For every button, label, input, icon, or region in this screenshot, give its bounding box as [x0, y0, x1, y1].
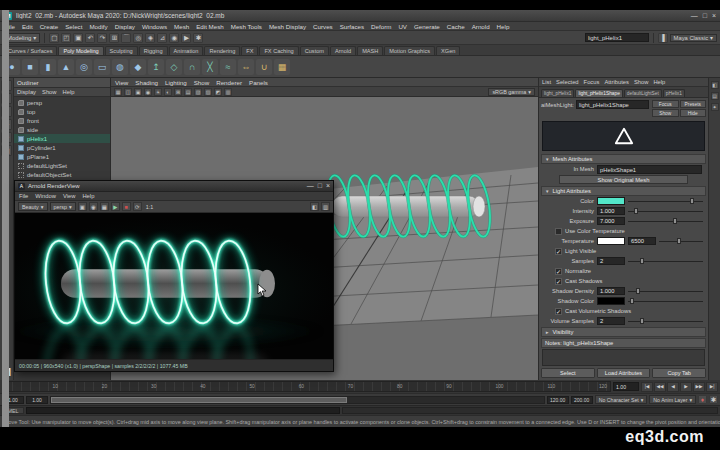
samples-slider[interactable]	[628, 257, 705, 265]
renderview-menu-item[interactable]: View	[63, 193, 75, 199]
status-icon[interactable]: ◎	[133, 33, 143, 43]
cast-volumetric-shadows-checkbox[interactable]: ✓	[555, 308, 562, 315]
renderview-tool-icon[interactable]: ▦	[100, 202, 109, 211]
exposure-field[interactable]: 7.000	[597, 217, 625, 225]
ae-menu-item[interactable]: List	[542, 79, 551, 85]
shelf-tool-icon[interactable]: ▭	[94, 59, 110, 75]
shelf-tool-icon[interactable]: ▲	[58, 59, 74, 75]
shelf-tab[interactable]: Animation	[169, 46, 204, 55]
menu-item[interactable]: Mesh Display	[269, 23, 306, 30]
show-original-mesh-button[interactable]: Show Original Mesh	[559, 175, 688, 184]
shelf-tool-icon[interactable]: ■	[22, 59, 38, 75]
sidebar-toggle-icon[interactable]: ▐	[658, 33, 668, 43]
playback-button[interactable]: ▶|	[706, 382, 718, 392]
shadow-color-slider[interactable]	[628, 297, 705, 305]
status-icon[interactable]: ◰	[61, 33, 71, 43]
auto-key-icon[interactable]: ♦	[698, 395, 707, 404]
range-slider-track[interactable]	[50, 396, 545, 404]
shelf-tab[interactable]: Curves / Surfaces	[3, 46, 57, 55]
status-icon[interactable]: ⊞	[109, 33, 119, 43]
shelf-tab[interactable]: Poly Modeling	[58, 46, 103, 55]
menu-item[interactable]: Deform	[371, 23, 391, 30]
selection-name-field[interactable]	[585, 33, 649, 42]
outliner-menu-item[interactable]: Display	[17, 89, 36, 95]
menu-item[interactable]: UV	[398, 23, 407, 30]
outliner-item[interactable]: front	[14, 116, 110, 125]
shelf-tool-icon[interactable]: ↥	[148, 59, 164, 75]
samples-field[interactable]: 2	[597, 257, 625, 265]
character-set-dropdown[interactable]: No Character Set ▾	[595, 395, 648, 404]
menu-item[interactable]: Generate	[414, 23, 440, 30]
renderview-channel-icon[interactable]: ▥	[321, 202, 330, 211]
ae-tab[interactable]: defaultLightSet	[624, 89, 662, 97]
outliner-item[interactable]: pHelix1	[14, 134, 110, 143]
zoom-level[interactable]: 1:1	[144, 204, 156, 210]
command-input[interactable]	[26, 407, 340, 414]
shelf-tab[interactable]: Motion Graphics	[384, 46, 435, 55]
status-icon[interactable]: ⌒	[121, 33, 131, 43]
viewport-menu-item[interactable]: Shading	[135, 79, 158, 86]
playback-button[interactable]: |◀	[641, 382, 653, 392]
current-frame-marker[interactable]	[2, 10, 9, 427]
ae-footer-button[interactable]: Select	[541, 368, 595, 378]
sidebar-icon[interactable]: ◧	[711, 81, 719, 89]
viewport-icon[interactable]: ▣	[134, 88, 142, 96]
temperature-slider[interactable]	[659, 237, 705, 245]
section-light-attributes[interactable]: ▼ Light Attributes	[541, 186, 706, 196]
menu-item[interactable]: Windows	[142, 23, 167, 30]
anim-layer-dropdown[interactable]: No Anim Layer ▾	[649, 395, 696, 404]
ae-tab[interactable]: light_pHelix1	[541, 89, 574, 97]
menu-item[interactable]: Curves	[313, 23, 333, 30]
ae-menu-item[interactable]: Focus	[584, 79, 600, 85]
viewport-icon[interactable]: ◩	[214, 88, 222, 96]
outliner-item[interactable]: pPlane1	[14, 152, 110, 161]
shelf-tab[interactable]: MASH	[357, 46, 383, 55]
menu-item[interactable]: Mesh	[174, 23, 189, 30]
outliner-item[interactable]: defaultLightSet	[14, 161, 110, 170]
volume-samples-field[interactable]: 2	[597, 317, 625, 325]
viewport-menu-item[interactable]: Panels	[249, 79, 268, 86]
intensity-slider[interactable]	[628, 207, 705, 215]
camera-dropdown[interactable]: persp ▾	[50, 202, 76, 211]
viewport-icon[interactable]: ◉	[144, 88, 152, 96]
shelf-tool-icon[interactable]: ▦	[274, 59, 290, 75]
menu-item[interactable]: Surfaces	[340, 23, 364, 30]
shelf-tool-icon[interactable]: ◇	[166, 59, 182, 75]
ae-menu-item[interactable]: Selected	[556, 79, 579, 85]
renderview-menu-item[interactable]: File	[19, 193, 28, 199]
shelf-tool-icon[interactable]: ⇔	[238, 59, 254, 75]
shelf-tab[interactable]: Rendering	[204, 46, 240, 55]
shelf-tool-icon[interactable]: ╳	[202, 59, 218, 75]
viewport-icon[interactable]: ⊞	[174, 88, 182, 96]
shelf-tool-icon[interactable]: ∪	[256, 59, 272, 75]
shelf-tool-icon[interactable]: ◍	[112, 59, 128, 75]
time-slider-track[interactable]: 1102030405060708090100110120	[2, 381, 611, 392]
viewport-menu-item[interactable]: Lighting	[165, 79, 187, 86]
minimize-button[interactable]: —	[307, 182, 314, 190]
renderview-tool-icon[interactable]: ■	[122, 202, 131, 211]
outliner-item[interactable]: top	[14, 107, 110, 116]
ae-menu-item[interactable]: Help	[653, 79, 665, 85]
viewport-menu-item[interactable]: View	[115, 79, 128, 86]
shadow-density-field[interactable]: 1.000	[597, 287, 625, 295]
status-icon[interactable]: ▢	[49, 33, 59, 43]
section-visibility[interactable]: ► Visibility	[541, 327, 706, 337]
shelf-tab[interactable]: Arnold	[330, 46, 356, 55]
notes-bar[interactable]: Notes: light_pHelix1Shape	[541, 338, 706, 348]
exposure-slider[interactable]	[628, 217, 705, 225]
ae-menu-item[interactable]: Attributes	[604, 79, 629, 85]
notes-textarea[interactable]	[542, 349, 705, 366]
anim-end-field[interactable]: 200.00	[571, 396, 593, 404]
status-icon[interactable]: ⊿	[157, 33, 167, 43]
renderview-menu-item[interactable]: Window	[35, 193, 56, 199]
status-icon[interactable]: ✱	[193, 33, 203, 43]
status-icon[interactable]: ▶	[181, 33, 191, 43]
ae-header-button[interactable]: Show	[652, 109, 679, 117]
in-mesh-field[interactable]: pHelixShape1	[597, 165, 702, 174]
shelf-tool-icon[interactable]: ∩	[184, 59, 200, 75]
ae-header-button[interactable]: Presets	[680, 100, 707, 108]
shelf-tool-icon[interactable]: ▮	[40, 59, 56, 75]
minimize-button[interactable]: —	[691, 12, 698, 20]
section-mesh-attributes[interactable]: ▼ Mesh Attributes	[541, 154, 706, 164]
outliner-item[interactable]: pCylinder1	[14, 143, 110, 152]
